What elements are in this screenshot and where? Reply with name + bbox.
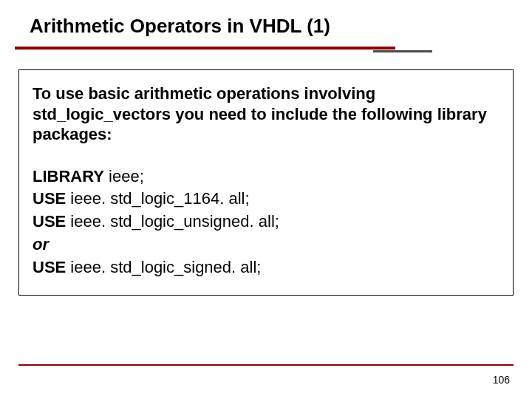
keyword-use-1: USE	[33, 189, 66, 208]
slide-container: Arithmetic Operators in VHDL (1) To use …	[0, 0, 532, 399]
keyword-use-2: USE	[33, 212, 66, 231]
intro-text: To use basic arithmetic operations invol…	[33, 83, 499, 145]
header-rule-grey	[373, 50, 432, 52]
code-line-3: USE ieee. std_logic_unsigned. all;	[33, 211, 499, 233]
content-box: To use basic arithmetic operations invol…	[18, 69, 514, 296]
header-rule-red	[15, 47, 395, 50]
code-text-2: ieee. std_logic_1164. all;	[66, 189, 249, 208]
code-text-1: ieee;	[104, 167, 144, 185]
footer-rule	[18, 364, 514, 366]
code-line-2: USE ieee. std_logic_1164. all;	[33, 188, 499, 211]
header-rule	[15, 47, 395, 51]
code-text-3: ieee. std_logic_unsigned. all;	[66, 212, 279, 231]
code-line-4: USE ieee. std_logic_signed. all;	[33, 256, 499, 279]
code-or: or	[33, 233, 499, 256]
code-text-4: ieee. std_logic_signed. all;	[66, 258, 261, 276]
code-line-1: LIBRARY ieee;	[33, 166, 499, 188]
code-block: LIBRARY ieee; USE ieee. std_logic_1164. …	[33, 166, 499, 279]
keyword-use-3: USE	[33, 258, 66, 276]
page-number: 106	[493, 374, 510, 386]
keyword-library: LIBRARY	[33, 167, 104, 185]
slide-title: Arithmetic Operators in VHDL (1)	[0, 15, 532, 38]
